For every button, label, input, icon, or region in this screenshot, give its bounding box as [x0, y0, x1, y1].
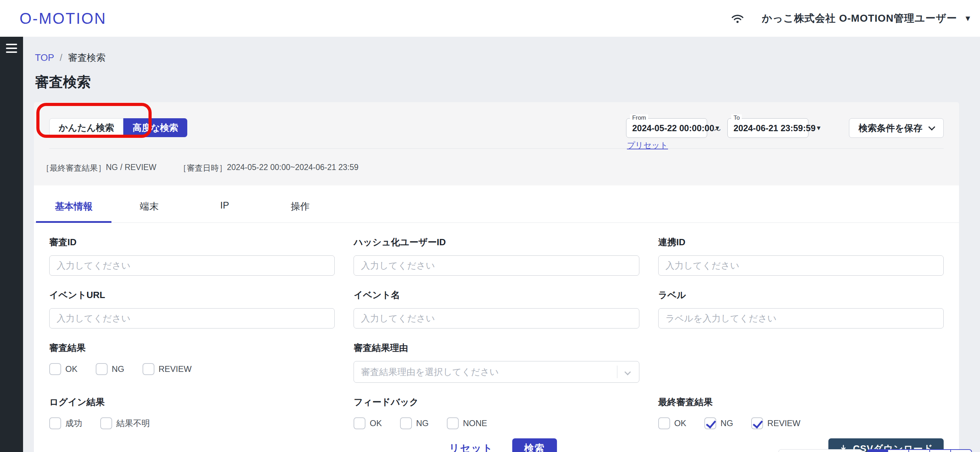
pagination-page[interactable] — [888, 449, 909, 452]
checkbox-icon[interactable] — [96, 363, 108, 375]
wifi-icon — [731, 13, 744, 24]
tab-ip[interactable]: IP — [187, 185, 262, 222]
tab-basic-info[interactable]: 基本情報 — [36, 185, 111, 222]
checkbox-checked-icon[interactable] — [751, 417, 763, 429]
final-ng-label: NG — [721, 418, 733, 428]
final-review-checkbox[interactable]: REVIEW — [751, 417, 800, 429]
reason-select[interactable]: 審査結果理由を選択してください — [353, 361, 639, 383]
login-unknown-checkbox[interactable]: 結果不明 — [100, 417, 150, 429]
field-login-kekka: ログイン結果 成功 結果不明 — [49, 383, 335, 429]
shinsa-kekka-label: 審査結果 — [49, 342, 335, 354]
event-name-input[interactable] — [353, 308, 639, 329]
date-range-zone: From 2024-05-22 00:00:00 ▼ プリセット ～ To 20… — [626, 112, 943, 138]
summary-review-date-label: ［審査日時］ — [178, 163, 227, 174]
feedback-ng-checkbox[interactable]: NG — [400, 417, 429, 429]
app-logo: O-MOTION — [19, 10, 107, 27]
menu-hamburger-icon[interactable] — [6, 44, 17, 53]
final-ng-checkbox[interactable]: NG — [704, 417, 733, 429]
renkei-id-input[interactable] — [658, 256, 943, 276]
login-success-checkbox[interactable]: 成功 — [49, 417, 82, 429]
field-shinsa-kekka: 審査結果 OK NG RE — [49, 329, 335, 383]
event-url-input[interactable] — [49, 308, 335, 329]
final-ok-checkbox[interactable]: OK — [658, 417, 687, 429]
breadcrumb-top-link[interactable]: TOP — [35, 53, 54, 63]
preset-link[interactable]: プリセット — [627, 140, 668, 151]
date-to-label: To — [731, 114, 742, 121]
chevron-down-icon — [928, 123, 935, 131]
summary-final-result-label: ［最終審査結果］ — [41, 163, 106, 174]
shinsa-id-label: 審査ID — [49, 236, 335, 248]
sidebar — [0, 37, 23, 452]
feedback-ok-label: OK — [370, 418, 382, 428]
final-ok-label: OK — [674, 418, 687, 428]
checkbox-checked-icon[interactable] — [704, 417, 716, 429]
field-feedback: フィードバック OK NG — [353, 383, 639, 429]
summary-review-date-value: 2024-05-22 00:00~2024-06-21 23:59 — [227, 163, 358, 174]
date-to-value: 2024-06-21 23:59:59 — [733, 123, 815, 133]
select-chevron-down-icon[interactable] — [624, 369, 631, 375]
search-mode-toggle: かんたん検索 高度な検索 — [49, 118, 187, 137]
shinsa-kekka-ok-checkbox[interactable]: OK — [49, 363, 78, 375]
pagination-page-active[interactable] — [867, 449, 888, 452]
shinsa-kekka-review-label: REVIEW — [159, 364, 192, 374]
account-caret-icon[interactable]: ▼ — [964, 14, 972, 23]
hashed-user-id-input[interactable] — [353, 256, 639, 276]
reason-label: 審査結果理由 — [353, 342, 639, 354]
date-from-wrap: From 2024-05-22 00:00:00 ▼ プリセット — [626, 112, 707, 138]
select-divider — [617, 366, 617, 378]
field-hashed-user-id: ハッシュ化ユーザーID — [353, 223, 639, 276]
breadcrumb-separator: / — [60, 53, 62, 63]
search-form-body: 基本情報 端末 IP 操作 審査ID ハッシュ化ユーザーID — [34, 185, 959, 452]
field-empty — [658, 329, 943, 383]
advanced-search-button[interactable]: 高度な検索 — [123, 118, 187, 137]
app-header: O-MOTION かっこ株式会社 O-MOTION管理ユーザー ▼ — [0, 0, 980, 37]
renkei-id-label: 連携ID — [658, 236, 943, 248]
pagination-page[interactable] — [909, 449, 930, 452]
label-field-label: ラベル — [658, 289, 943, 301]
final-review-label: REVIEW — [767, 418, 800, 428]
checkbox-icon[interactable] — [49, 417, 61, 429]
filter-toolbar: かんたん検索 高度な検索 From 2024-05-22 00:00:00 ▼ … — [34, 102, 959, 152]
login-kekka-label: ログイン結果 — [49, 396, 335, 408]
checkbox-icon[interactable] — [143, 363, 154, 375]
date-from-caret-icon[interactable]: ▼ — [714, 125, 721, 132]
tab-operation[interactable]: 操作 — [262, 185, 338, 222]
feedback-ok-checkbox[interactable]: OK — [353, 417, 382, 429]
final-kekka-label: 最終審査結果 — [658, 396, 943, 408]
label-field-input[interactable] — [658, 308, 943, 329]
checkbox-icon[interactable] — [353, 417, 366, 429]
main-content: TOP / 審査検索 審査検索 かんたん検索 高度な検索 From 2024-0… — [23, 37, 980, 452]
checkbox-icon[interactable] — [49, 363, 61, 375]
tab-device[interactable]: 端末 — [111, 185, 187, 222]
pagination-page[interactable] — [930, 449, 951, 452]
date-to-field[interactable]: To 2024-06-21 23:59:59 ▼ — [727, 118, 808, 138]
search-button[interactable]: 検索 — [512, 438, 557, 452]
event-url-label: イベントURL — [49, 289, 335, 301]
pagination-page[interactable] — [951, 449, 972, 452]
reason-select-placeholder: 審査結果理由を選択してください — [361, 366, 498, 378]
page-title: 審査検索 — [35, 72, 980, 92]
feedback-none-label: NONE — [463, 418, 487, 428]
feedback-none-checkbox[interactable]: NONE — [447, 417, 487, 429]
date-from-field[interactable]: From 2024-05-22 00:00:00 ▼ — [626, 118, 707, 138]
pagination-prev-button[interactable] — [778, 449, 862, 452]
checkbox-icon[interactable] — [447, 417, 459, 429]
pagination-pages — [867, 449, 972, 452]
reset-button[interactable]: リセット — [449, 441, 493, 452]
field-reason: 審査結果理由 審査結果理由を選択してください — [353, 329, 639, 383]
login-success-label: 成功 — [65, 418, 82, 429]
save-search-conditions-button[interactable]: 検索条件を保存 — [849, 118, 943, 138]
shinsa-kekka-ng-checkbox[interactable]: NG — [96, 363, 124, 375]
checkbox-icon[interactable] — [100, 417, 112, 429]
header-account-area[interactable]: かっこ株式会社 O-MOTION管理ユーザー ▼ — [731, 11, 980, 26]
save-search-conditions-label: 検索条件を保存 — [858, 122, 922, 134]
checkbox-icon[interactable] — [400, 417, 412, 429]
shinsa-id-input[interactable] — [49, 256, 335, 276]
simple-search-button[interactable]: かんたん検索 — [49, 118, 123, 137]
date-from-value: 2024-05-22 00:00:00 — [632, 123, 714, 133]
field-final-kekka: 最終審査結果 OK NG — [658, 383, 943, 429]
date-to-caret-icon[interactable]: ▼ — [815, 125, 822, 132]
checkbox-icon[interactable] — [658, 417, 670, 429]
shinsa-kekka-review-checkbox[interactable]: REVIEW — [143, 363, 192, 375]
pagination — [778, 449, 972, 452]
